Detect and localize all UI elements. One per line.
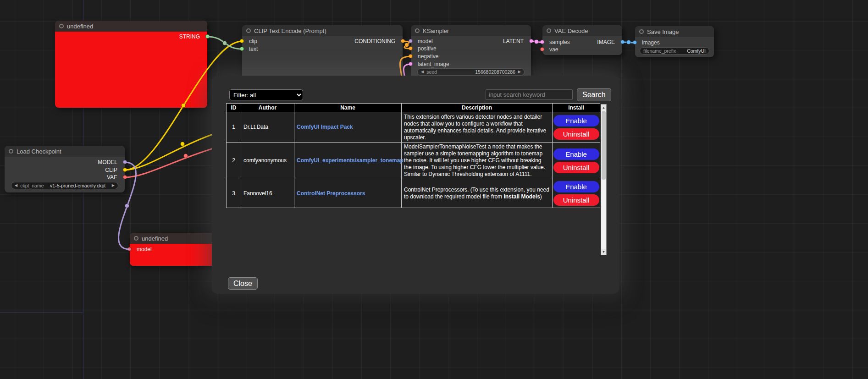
node-undefined-top[interactable]: undefined STRING — [55, 21, 207, 108]
description-text: ModelSamplerTonemapNoiseTest a node that… — [404, 143, 545, 177]
node-title-bar[interactable]: undefined — [55, 21, 207, 32]
input-port-positive[interactable] — [409, 46, 413, 50]
search-button[interactable]: Search — [577, 88, 611, 101]
cell-description: ModelSamplerTonemapNoiseTest a node that… — [402, 143, 553, 179]
node-title: undefined — [142, 235, 168, 242]
node-title-bar[interactable]: Load Checkpoint — [5, 146, 125, 157]
node-load-checkpoint[interactable]: Load Checkpoint MODEL CLIP VAE ◀ ckpt_na… — [5, 146, 125, 192]
widget-label: ckpt_name — [20, 183, 44, 188]
input-label-negative: negative — [418, 53, 438, 60]
enable-button[interactable]: Enable — [553, 181, 599, 192]
input-port-vae[interactable] — [540, 47, 544, 51]
input-label-vae: vae — [549, 46, 558, 53]
input-port-text[interactable] — [240, 47, 244, 51]
table-header-row: ID Author Name Description Install — [227, 104, 600, 112]
link-dot — [223, 41, 227, 45]
description-text: This extension offers various detector n… — [404, 114, 546, 141]
input-port-images[interactable] — [633, 40, 637, 44]
node-title-bar[interactable]: VAE Decode — [542, 25, 622, 36]
link-dot — [125, 204, 129, 208]
output-label-string: STRING — [179, 33, 200, 40]
output-port-conditioning[interactable] — [401, 39, 405, 43]
input-label-samples: samples — [549, 39, 570, 45]
collapse-toggle-icon[interactable] — [134, 236, 138, 241]
link-dot — [181, 142, 185, 146]
collapse-toggle-icon[interactable] — [246, 28, 251, 33]
collapse-toggle-icon[interactable] — [59, 24, 64, 28]
uninstall-button[interactable]: Uninstall — [553, 194, 599, 206]
node-title: undefined — [67, 23, 93, 30]
decrement-arrow-icon[interactable]: ◀ — [421, 70, 424, 74]
input-port-latent-image[interactable] — [409, 62, 413, 66]
collapse-toggle-icon[interactable] — [639, 29, 644, 34]
uninstall-button[interactable]: Uninstall — [553, 162, 599, 173]
output-port-string[interactable] — [205, 34, 210, 38]
cell-description: ControlNet Preprocessors. (To use this e… — [402, 179, 553, 208]
extension-link[interactable]: ComfyUI_experiments/sampler_tonemap — [297, 157, 404, 164]
input-port-model[interactable] — [127, 247, 132, 251]
link-dot — [405, 43, 409, 47]
enable-button[interactable]: Enable — [553, 115, 599, 126]
scrollbar-thumb[interactable] — [602, 111, 606, 180]
search-input[interactable] — [486, 89, 573, 100]
output-port-vae[interactable] — [123, 175, 127, 179]
node-undefined-bottom[interactable]: undefined model — [130, 233, 217, 266]
cell-id: 1 — [227, 112, 241, 143]
filename-prefix-widget[interactable]: filename_prefix ComfyUI — [640, 47, 709, 55]
output-label-vae: VAE — [107, 174, 117, 181]
link-dot — [535, 40, 539, 44]
header-id: ID — [227, 104, 241, 112]
output-label-clip: CLIP — [105, 167, 117, 173]
wire-string — [207, 37, 242, 49]
input-port-model[interactable] — [409, 39, 413, 43]
collapse-toggle-icon[interactable] — [547, 28, 551, 33]
output-port-latent[interactable] — [529, 39, 533, 43]
input-port-clip[interactable] — [240, 39, 244, 43]
output-port-image[interactable] — [620, 40, 625, 44]
cell-description: This extension offers various detector n… — [402, 112, 553, 143]
increment-arrow-icon[interactable]: ▶ — [112, 184, 115, 187]
node-body — [55, 32, 207, 108]
collapse-toggle-icon[interactable] — [415, 28, 420, 33]
close-button[interactable]: Close — [228, 277, 258, 290]
seed-widget[interactable]: ◀ seed 156680208700286 ▶ — [417, 68, 525, 76]
node-graph-canvas[interactable]: undefined STRING CLIP Text Encode (Promp… — [0, 0, 868, 379]
node-vae-decode[interactable]: VAE Decode samples vae IMAGE — [542, 25, 622, 55]
node-title-bar[interactable]: Save Image — [635, 26, 714, 37]
node-title-bar[interactable]: CLIP Text Encode (Prompt) — [242, 25, 403, 36]
link-dot — [627, 40, 631, 44]
widget-label: seed — [426, 69, 437, 75]
extension-link[interactable]: ComfyUI Impact Pack — [297, 124, 353, 130]
input-label-latent-image: latent_image — [418, 61, 449, 67]
ckpt-name-widget[interactable]: ◀ ckpt_name v1-5-pruned-emaonly.ckpt ▶ — [11, 182, 118, 189]
node-title: CLIP Text Encode (Prompt) — [254, 27, 326, 34]
widget-value: 156680208700286 — [440, 69, 515, 75]
extensions-table: ID Author Name Description Install 1 Dr.… — [226, 103, 600, 208]
node-title: KSampler — [423, 27, 449, 34]
filter-select[interactable]: Filter: all — [229, 89, 303, 100]
input-port-samples[interactable] — [540, 40, 544, 44]
node-title: Load Checkpoint — [17, 148, 61, 155]
cell-author: comfyanonymous — [241, 143, 294, 179]
node-title-bar[interactable]: KSampler — [411, 25, 531, 36]
manager-install-dialog: Filter: all Search ID Author Name Descri… — [212, 76, 619, 294]
description-bold: Install Models — [503, 193, 540, 200]
uninstall-button[interactable]: Uninstall — [553, 128, 599, 140]
input-label-model: model — [137, 246, 152, 253]
scroll-down-icon[interactable]: ▼ — [601, 249, 606, 255]
output-port-clip[interactable] — [123, 168, 127, 172]
output-port-model[interactable] — [123, 160, 127, 164]
link-dot — [184, 154, 188, 158]
enable-button[interactable]: Enable — [553, 148, 599, 160]
extension-link[interactable]: ControlNet Preprocessors — [297, 190, 365, 197]
table-scrollbar[interactable]: ▲ ▼ — [601, 104, 607, 255]
collapse-toggle-icon[interactable] — [9, 149, 13, 154]
decrement-arrow-icon[interactable]: ◀ — [15, 184, 17, 187]
cell-id: 2 — [227, 143, 241, 179]
cell-author: Fannovel16 — [241, 179, 294, 208]
node-save-image[interactable]: Save Image images filename_prefix ComfyU… — [635, 26, 714, 57]
input-port-negative[interactable] — [409, 54, 413, 58]
increment-arrow-icon[interactable]: ▶ — [518, 70, 521, 74]
scroll-up-icon[interactable]: ▲ — [601, 104, 606, 110]
node-title-bar[interactable]: undefined — [130, 233, 217, 244]
